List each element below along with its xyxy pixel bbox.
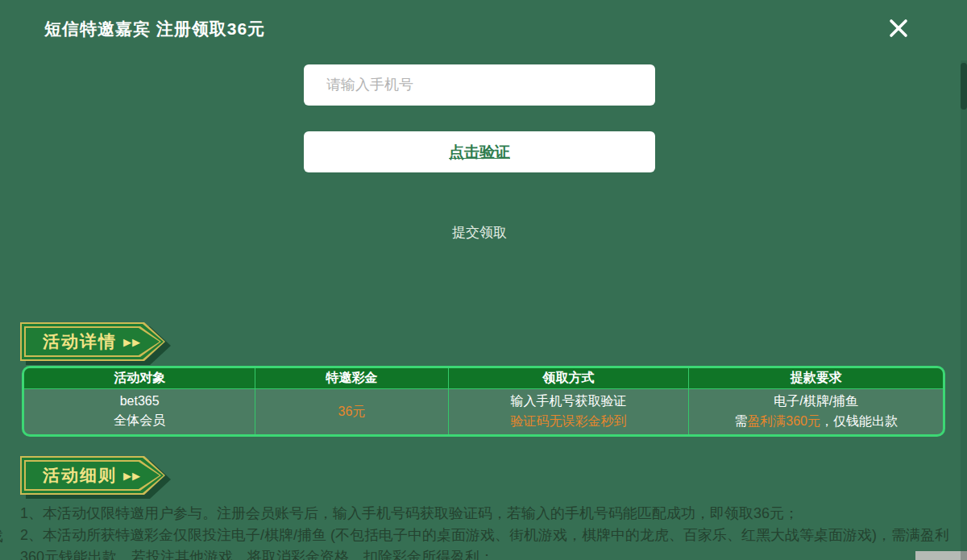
activity-details-badge: 活动详情 ▶▶	[20, 322, 165, 361]
promo-dialog: 短信特邀嘉宾 注册领取36元 点击验证 提交领取 活动详情 ▶▶ 活动对象 特邀…	[0, 0, 967, 560]
promo-table-row: bet365 全体会员 36元 输入手机号获取验证 验证码无误彩金秒到 电子/棋…	[24, 389, 943, 434]
col-header-claim: 领取方式	[449, 368, 690, 388]
cell-bonus: 36元	[255, 389, 448, 434]
double-arrow-icon: ▶▶	[123, 336, 141, 348]
clipped-glyph: 。	[0, 547, 3, 560]
vertical-scrollbar-thumb[interactable]	[961, 63, 967, 110]
scrollbar-corner	[961, 551, 967, 560]
horizontal-scrollbar-thumb[interactable]	[915, 551, 961, 560]
close-icon	[887, 17, 910, 43]
activity-rules-label: 活动细则 ▶▶	[20, 456, 165, 495]
activity-details-label: 活动详情 ▶▶	[20, 322, 165, 361]
rules-text: 1、本活动仅限特邀用户参与。注册会员账号后，输入手机号码获取验证码，若输入的手机…	[20, 503, 957, 560]
vertical-scrollbar-track[interactable]	[961, 60, 967, 560]
close-button[interactable]	[885, 16, 912, 44]
page-title: 短信特邀嘉宾 注册领取36元	[44, 18, 265, 40]
verify-button[interactable]: 点击验证	[304, 131, 655, 172]
clipped-glyph: 戏	[0, 526, 3, 545]
rule-item-1: 1、本活动仅限特邀用户参与。注册会员账号后，输入手机号码获取验证码，若输入的手机…	[20, 503, 957, 525]
cell-target: bet365 全体会员	[24, 389, 255, 434]
col-header-bonus: 特邀彩金	[255, 368, 448, 388]
col-header-target: 活动对象	[24, 368, 255, 388]
cell-withdraw: 电子/棋牌/捕鱼 需盈利满360元，仅钱能出款	[689, 389, 943, 434]
phone-input[interactable]	[304, 64, 655, 106]
activity-rules-badge: 活动细则 ▶▶	[20, 456, 165, 495]
rule-item-2: 2、本活动所获特邀彩金仅限投注电子/棋牌/捕鱼 (不包括电子中的桌面游戏、街机游…	[20, 525, 957, 560]
promo-table: 活动对象 特邀彩金 领取方式 提款要求 bet365 全体会员 36元 输入手机…	[22, 366, 945, 437]
cell-claim: 输入手机号获取验证 验证码无误彩金秒到	[449, 389, 690, 434]
double-arrow-icon: ▶▶	[123, 470, 141, 482]
submit-claim-button[interactable]: 提交领取	[304, 223, 655, 242]
promo-table-header: 活动对象 特邀彩金 领取方式 提款要求	[24, 368, 943, 389]
col-header-withdraw: 提款要求	[689, 368, 943, 388]
